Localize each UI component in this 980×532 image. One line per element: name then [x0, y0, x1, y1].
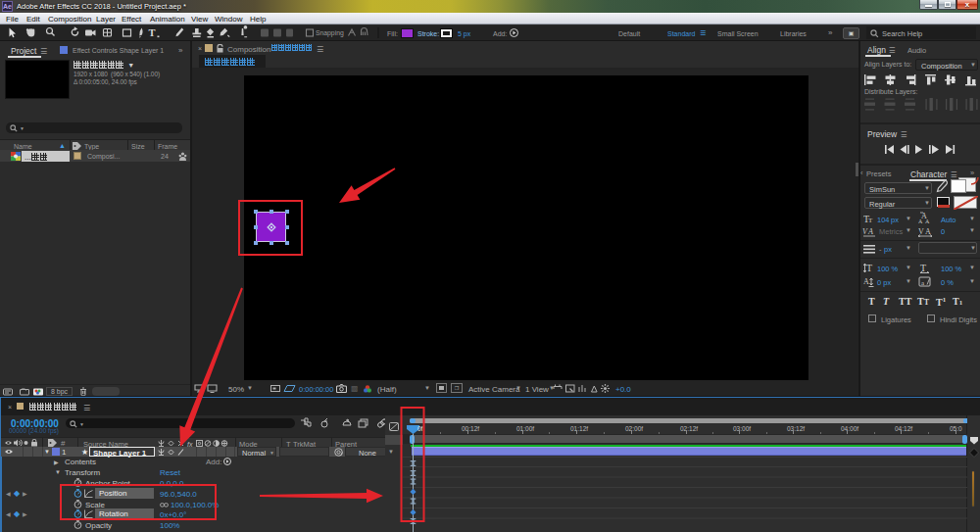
svg-text:A: A	[867, 227, 873, 236]
svg-text:A: A	[918, 218, 923, 224]
svg-text:T: T	[868, 217, 873, 223]
svg-text:T: T	[866, 263, 872, 273]
svg-text:A: A	[863, 277, 869, 286]
svg-text:Snapping: Snapping	[316, 29, 344, 37]
svg-text:T: T	[149, 27, 156, 38]
svg-text:8 bpc: 8 bpc	[51, 388, 69, 396]
svg-text:A: A	[925, 218, 930, 224]
svg-text:T: T	[920, 263, 926, 273]
svg-text:a: a	[921, 279, 925, 287]
svg-text:V: V	[918, 227, 924, 236]
